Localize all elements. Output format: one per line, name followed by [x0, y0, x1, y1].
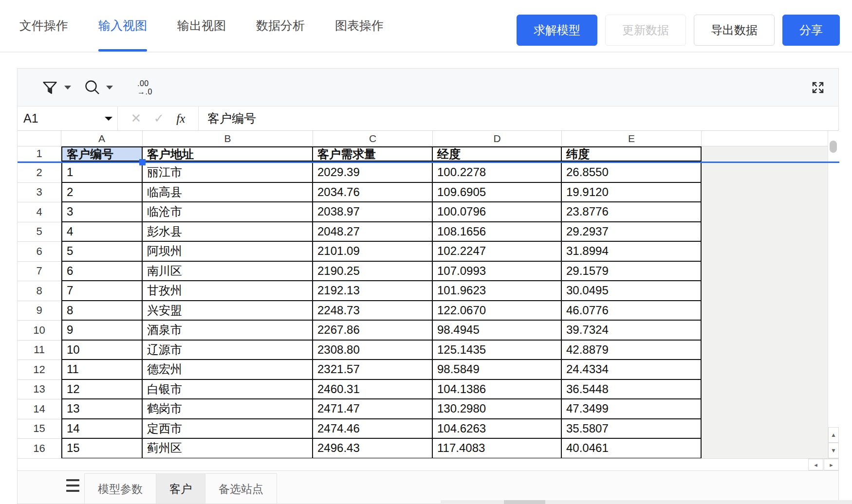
page-horizontal-scrollbar[interactable]	[441, 500, 852, 504]
data-cell[interactable]: 2029.39	[313, 163, 433, 183]
data-cell[interactable]: 19.9120	[562, 183, 702, 203]
column-header-A[interactable]: A	[61, 131, 143, 146]
data-cell[interactable]: 15	[61, 439, 143, 458]
data-cell[interactable]: 117.4083	[433, 439, 562, 458]
export-data-button[interactable]: 导出数据	[694, 15, 775, 46]
data-cell[interactable]: 11	[61, 360, 143, 380]
horizontal-scrollbar[interactable]: ◂ ▸	[18, 458, 838, 470]
data-cell[interactable]: 白银市	[143, 380, 313, 400]
data-cell[interactable]: 2248.73	[313, 301, 433, 321]
data-cell[interactable]: 98.5849	[433, 360, 562, 380]
data-cell[interactable]: 23.8776	[562, 202, 702, 222]
data-cell[interactable]: 12	[61, 380, 143, 400]
solve-model-button[interactable]: 求解模型	[517, 15, 597, 46]
data-cell[interactable]: 2474.46	[313, 419, 433, 439]
header-cell[interactable]: 经度	[433, 146, 562, 162]
data-cell[interactable]: 2048.27	[313, 222, 433, 242]
data-cell[interactable]: 2460.31	[313, 380, 433, 400]
data-cell[interactable]: 100.2278	[433, 163, 562, 183]
row-number[interactable]: 6	[18, 242, 61, 262]
data-cell[interactable]: 辽源市	[143, 341, 313, 360]
data-cell[interactable]: 13	[61, 399, 143, 419]
scroll-right-button[interactable]: ▸	[824, 459, 839, 470]
data-cell[interactable]: 42.8879	[562, 341, 702, 360]
row-number[interactable]: 4	[18, 202, 61, 222]
row-number[interactable]: 16	[18, 439, 61, 458]
corner-select-all-cell[interactable]	[18, 131, 61, 146]
fx-function-icon[interactable]: fx	[176, 112, 185, 126]
confirm-entry-icon[interactable]: ✓	[153, 111, 164, 126]
sheet-tab-candidate-sites[interactable]: 备选站点	[205, 473, 277, 504]
data-cell[interactable]: 24.4334	[562, 360, 702, 380]
data-cell[interactable]: 定西市	[143, 419, 313, 439]
data-cell[interactable]: 彭水县	[143, 222, 313, 242]
data-cell[interactable]: 109.6905	[433, 183, 562, 203]
data-cell[interactable]: 酒泉市	[143, 321, 313, 341]
row-number[interactable]: 10	[18, 321, 61, 341]
header-cell[interactable]: 客户地址	[143, 146, 313, 162]
nav-tab-file-operations[interactable]: 文件操作	[19, 0, 68, 51]
nav-tab-input-view[interactable]: 输入视图	[98, 0, 147, 51]
data-cell[interactable]: 104.6263	[433, 419, 562, 439]
data-cell[interactable]: 46.0776	[562, 301, 702, 321]
formula-input[interactable]: 客户编号	[199, 107, 838, 130]
data-cell[interactable]: 108.1656	[433, 222, 562, 242]
row-number[interactable]: 8	[18, 281, 61, 301]
filter-icon[interactable]	[42, 69, 57, 107]
data-cell[interactable]: 7	[61, 281, 143, 301]
data-cell[interactable]: 南川区	[143, 262, 313, 282]
data-cell[interactable]: 2471.47	[313, 399, 433, 419]
row-number[interactable]: 12	[18, 360, 61, 380]
sheet-tab-customers[interactable]: 客户	[156, 473, 205, 504]
column-header-C[interactable]: C	[313, 131, 433, 146]
data-cell[interactable]: 兴安盟	[143, 301, 313, 321]
fullscreen-icon[interactable]	[811, 69, 825, 107]
data-cell[interactable]: 2321.57	[313, 360, 433, 380]
filter-dropdown-caret[interactable]	[64, 69, 71, 107]
data-cell[interactable]: 39.7324	[562, 321, 702, 341]
cell-reference-box[interactable]: A1	[18, 107, 117, 130]
vertical-scrollbar[interactable]: ▲ ▼	[828, 131, 839, 458]
data-cell[interactable]: 2267.86	[313, 321, 433, 341]
header-cell[interactable]: 客户编号	[61, 146, 143, 162]
row-number[interactable]: 9	[18, 301, 61, 321]
data-cell[interactable]: 125.1435	[433, 341, 562, 360]
data-cell[interactable]: 鹤岗市	[143, 399, 313, 419]
data-cell[interactable]: 14	[61, 419, 143, 439]
column-header-B[interactable]: B	[143, 131, 313, 146]
data-cell[interactable]: 26.8550	[562, 163, 702, 183]
selection-fill-handle[interactable]	[139, 159, 146, 165]
row-number[interactable]: 7	[18, 262, 61, 282]
data-cell[interactable]: 6	[61, 262, 143, 282]
data-cell[interactable]: 130.2980	[433, 399, 562, 419]
column-header-E[interactable]: E	[562, 131, 702, 146]
row-number[interactable]: 13	[18, 380, 61, 400]
cancel-entry-icon[interactable]: ✕	[131, 111, 142, 126]
row-number[interactable]: 3	[18, 183, 61, 203]
sheet-tab-model-params[interactable]: 模型参数	[84, 473, 156, 504]
data-cell[interactable]: 5	[61, 242, 143, 262]
data-cell[interactable]: 31.8994	[562, 242, 702, 262]
number-format-icon[interactable]: .00→.0	[137, 69, 152, 107]
scroll-left-button[interactable]: ◂	[808, 459, 823, 470]
data-cell[interactable]: 29.1579	[562, 262, 702, 282]
row-number[interactable]: 14	[18, 399, 61, 419]
data-cell[interactable]: 1	[61, 163, 143, 183]
data-cell[interactable]: 阿坝州	[143, 242, 313, 262]
data-cell[interactable]: 丽江市	[143, 163, 313, 183]
header-cell[interactable]: 纬度	[562, 146, 702, 162]
data-cell[interactable]: 9	[61, 321, 143, 341]
row-number[interactable]: 1	[18, 146, 61, 162]
data-cell[interactable]: 47.3499	[562, 399, 702, 419]
data-cell[interactable]: 2101.09	[313, 242, 433, 262]
data-cell[interactable]: 104.1386	[433, 380, 562, 400]
search-icon[interactable]	[84, 69, 101, 107]
data-cell[interactable]: 2	[61, 183, 143, 203]
data-cell[interactable]: 36.5448	[562, 380, 702, 400]
share-button[interactable]: 分享	[782, 15, 840, 46]
data-cell[interactable]: 40.0461	[562, 439, 702, 458]
data-cell[interactable]: 107.0993	[433, 262, 562, 282]
data-cell[interactable]: 临沧市	[143, 202, 313, 222]
column-header-D[interactable]: D	[433, 131, 562, 146]
page-horizontal-scrollbar-thumb[interactable]	[504, 500, 545, 504]
